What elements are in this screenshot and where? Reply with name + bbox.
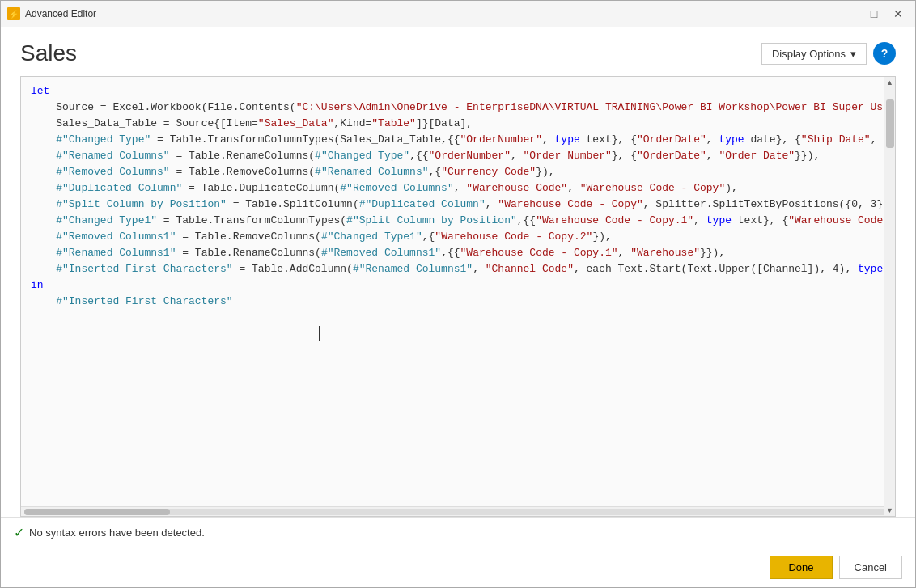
scroll-down-arrow[interactable]: ▼ [884, 505, 895, 516]
code-line: #"Duplicated Column" = Table.DuplicateCo… [21, 180, 895, 197]
cancel-button[interactable]: Cancel [839, 556, 902, 579]
code-line: Source = Excel.Workbook(File.Contents("C… [21, 99, 895, 116]
code-line: let [21, 83, 895, 99]
code-area[interactable]: let Source = Excel.Workbook(File.Content… [21, 77, 895, 506]
code-line: Sales_Data_Table = Source{[Item="Sales_D… [21, 116, 895, 132]
query-title: Sales [20, 40, 77, 66]
title-bar-text: Advanced Editor [25, 8, 839, 19]
advanced-editor-window: ⚡ Advanced Editor — □ ✕ Sales Display Op… [0, 0, 916, 588]
window-controls: — □ ✕ [839, 3, 909, 24]
display-options-label: Display Options [772, 48, 846, 60]
code-line: #"Removed Columns1" = Table.RemoveColumn… [21, 229, 895, 245]
content-area: Sales Display Options ▾ ? let [1, 27, 915, 517]
chevron-down-icon: ▾ [850, 48, 856, 60]
header-row: Sales Display Options ▾ ? [20, 40, 896, 66]
vertical-scrollbar-thumb[interactable] [886, 99, 894, 148]
svg-text:⚡: ⚡ [9, 9, 19, 19]
text-cursor [319, 326, 320, 341]
done-button[interactable]: Done [770, 556, 832, 579]
vertical-scrollbar[interactable]: ▲ ▼ [884, 77, 895, 516]
code-line: in [21, 277, 895, 294]
code-line: #"Changed Type" = Table.TransformColumnT… [21, 132, 895, 148]
help-button[interactable]: ? [873, 42, 896, 65]
horizontal-scrollbar[interactable] [21, 506, 895, 516]
editor-container: let Source = Excel.Workbook(File.Content… [20, 76, 896, 517]
scrollbar-thumb[interactable] [24, 509, 170, 515]
code-line: #"Split Column by Position" = Table.Spli… [21, 197, 895, 213]
display-options-button[interactable]: Display Options ▾ [761, 43, 867, 65]
footer: Done Cancel [1, 548, 915, 587]
status-message: No syntax errors have been detected. [29, 527, 205, 539]
app-icon: ⚡ [7, 7, 20, 20]
scrollbar-track[interactable] [24, 509, 892, 515]
code-line: #"Renamed Columns1" = Table.RenameColumn… [21, 245, 895, 261]
status-bar: ✓ No syntax errors have been detected. [1, 517, 915, 548]
code-line: #"Inserted First Characters" [21, 294, 895, 310]
title-bar: ⚡ Advanced Editor — □ ✕ [1, 1, 915, 27]
code-line: #"Inserted First Characters" = Table.Add… [21, 261, 895, 277]
header-right: Display Options ▾ ? [761, 42, 896, 65]
code-line: #"Changed Type1" = Table.TransformColumn… [21, 213, 895, 229]
minimize-button[interactable]: — [839, 3, 860, 24]
code-line: #"Renamed Columns" = Table.RenameColumns… [21, 148, 895, 164]
check-icon: ✓ [14, 525, 24, 540]
scroll-up-arrow[interactable]: ▲ [884, 77, 895, 88]
code-line: #"Removed Columns" = Table.RemoveColumns… [21, 164, 895, 180]
close-button[interactable]: ✕ [888, 3, 909, 24]
cursor-area [21, 310, 895, 439]
help-icon: ? [881, 47, 888, 60]
maximize-button[interactable]: □ [863, 3, 884, 24]
